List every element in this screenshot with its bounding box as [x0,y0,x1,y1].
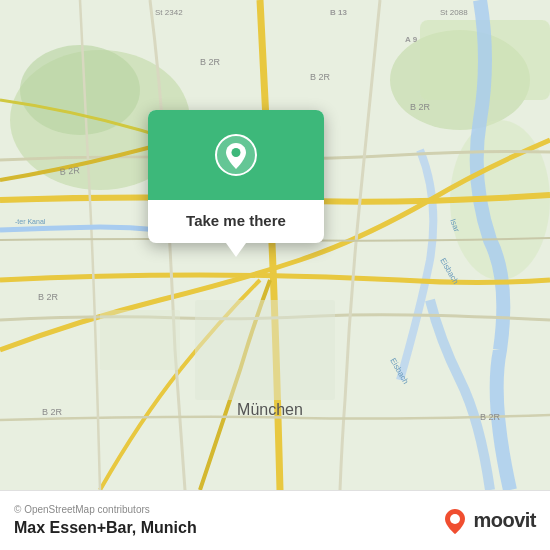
svg-text:B 2R: B 2R [480,412,501,422]
attribution-text: © OpenStreetMap contributors [14,504,197,515]
svg-point-2 [20,45,140,135]
svg-rect-22 [195,300,335,400]
take-me-there-button[interactable]: Take me there [160,210,312,233]
map-container: B 2R B 2R B 2R B 2R B 2R B 2R B 2R St 23… [0,0,550,490]
svg-text:München: München [237,401,303,418]
svg-point-25 [232,148,241,157]
svg-text:-ter Kanal: -ter Kanal [15,218,46,225]
bottom-info: © OpenStreetMap contributors Max Essen+B… [14,504,197,537]
svg-text:B 13: B 13 [330,8,347,17]
svg-text:St 2088: St 2088 [440,8,468,17]
svg-text:A 9: A 9 [405,35,418,44]
svg-point-26 [450,514,460,524]
svg-text:B 2R: B 2R [310,72,331,82]
map-background: B 2R B 2R B 2R B 2R B 2R B 2R B 2R St 23… [0,0,550,490]
svg-text:B 2R: B 2R [200,57,221,67]
svg-text:B 2R: B 2R [42,407,63,417]
bottom-bar: © OpenStreetMap contributors Max Essen+B… [0,490,550,550]
moovit-logo: moovit [441,507,536,535]
popup-green-header [148,110,324,200]
svg-text:St 2342: St 2342 [155,8,183,17]
popup-label-area[interactable]: Take me there [148,200,324,243]
svg-text:B 2R: B 2R [410,102,431,112]
moovit-pin-icon [441,507,469,535]
popup-card: Take me there [148,110,324,243]
location-pin-icon [214,133,258,177]
svg-text:B 2R: B 2R [38,292,59,302]
svg-rect-23 [100,310,180,370]
moovit-brand-text: moovit [473,509,536,532]
svg-text:B 2R: B 2R [59,165,80,177]
place-name: Max Essen+Bar, Munich [14,519,197,537]
